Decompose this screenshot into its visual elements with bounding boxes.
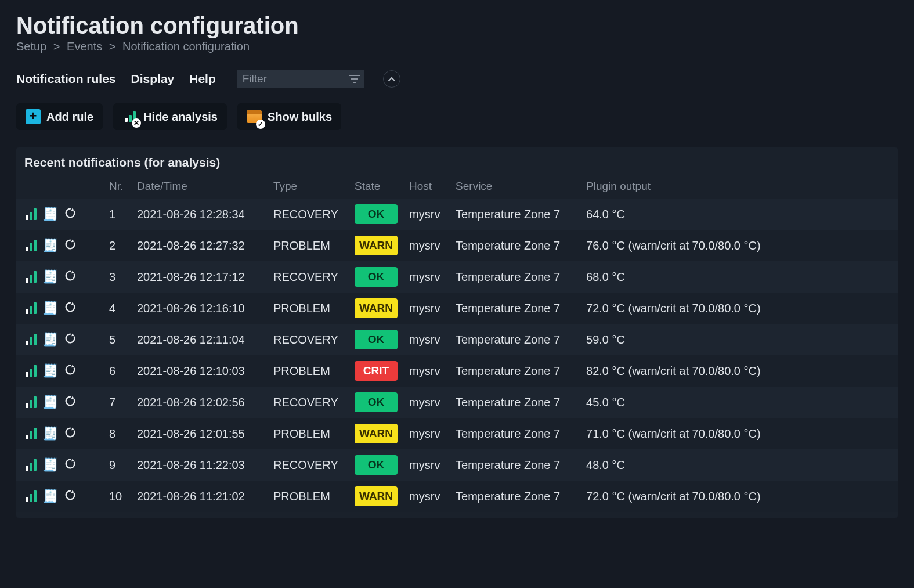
cell-host: mysrv <box>403 199 450 230</box>
cell-service: Temperature Zone 7 <box>450 387 580 418</box>
col-state[interactable]: State <box>349 175 403 199</box>
replay-icon[interactable] <box>64 363 77 379</box>
cell-state: CRIT <box>349 355 403 387</box>
table-row: 🧾 42021-08-26 12:16:10PROBLEMWARNmysrvTe… <box>16 293 898 324</box>
cell-plugin: 64.0 °C <box>580 199 898 230</box>
analyze-icon[interactable] <box>26 428 37 439</box>
cell-service: Temperature Zone 7 <box>450 355 580 387</box>
context-icon[interactable]: 🧾 <box>42 269 58 284</box>
cell-type: PROBLEM <box>268 293 349 324</box>
action-label: Hide analysis <box>143 110 218 124</box>
filter-icon <box>349 75 360 83</box>
table-row: 🧾 102021-08-26 11:21:02PROBLEMWARNmysrvT… <box>16 481 898 512</box>
state-badge: CRIT <box>355 361 398 381</box>
notifications-table: Nr. Date/Time Type State Host Service Pl… <box>16 175 898 512</box>
hide-analysis-button[interactable]: ✕ Hide analysis <box>113 103 227 130</box>
context-icon[interactable]: 🧾 <box>42 426 58 441</box>
table-row: 🧾 52021-08-26 12:11:04RECOVERYOKmysrvTem… <box>16 324 898 355</box>
cell-nr: 6 <box>103 355 131 387</box>
replay-icon[interactable] <box>64 207 77 222</box>
cell-host: mysrv <box>403 418 450 449</box>
analyze-icon[interactable] <box>26 459 37 471</box>
cell-datetime: 2021-08-26 11:21:02 <box>131 481 268 512</box>
svg-rect-2 <box>353 82 356 83</box>
table-row: 🧾 22021-08-26 12:27:32PROBLEMWARNmysrvTe… <box>16 230 898 261</box>
col-datetime[interactable]: Date/Time <box>131 175 268 199</box>
recent-notifications-panel: Recent notifications (for analysis) Nr. … <box>16 147 898 518</box>
analyze-icon[interactable] <box>26 271 37 283</box>
collapse-toggle[interactable] <box>383 70 400 88</box>
replay-icon[interactable] <box>64 301 77 316</box>
menu-display[interactable]: Display <box>131 72 175 86</box>
breadcrumb-item[interactable]: Setup <box>16 40 46 53</box>
analyze-icon[interactable] <box>26 490 37 502</box>
col-plugin[interactable]: Plugin output <box>580 175 898 199</box>
cell-service: Temperature Zone 7 <box>450 199 580 230</box>
cell-plugin: 76.0 °C (warn/crit at 70.0/80.0 °C) <box>580 230 898 261</box>
replay-icon[interactable] <box>64 332 77 348</box>
replay-icon[interactable] <box>64 238 77 254</box>
replay-icon[interactable] <box>64 489 77 504</box>
cell-host: mysrv <box>403 261 450 293</box>
cell-host: mysrv <box>403 355 450 387</box>
col-nr[interactable]: Nr. <box>103 175 131 199</box>
cell-state: OK <box>349 199 403 230</box>
cell-service: Temperature Zone 7 <box>450 418 580 449</box>
panel-title: Recent notifications (for analysis) <box>16 156 898 175</box>
close-badge-icon: ✕ <box>132 118 141 128</box>
filter-input[interactable] <box>241 72 328 86</box>
cell-nr: 8 <box>103 418 131 449</box>
state-badge: OK <box>355 204 398 224</box>
replay-icon[interactable] <box>64 426 77 442</box>
cell-datetime: 2021-08-26 12:16:10 <box>131 293 268 324</box>
state-badge: WARN <box>355 298 398 318</box>
analyze-icon[interactable] <box>26 302 37 314</box>
plus-icon: + <box>26 109 41 124</box>
analyze-icon[interactable] <box>26 365 37 377</box>
cell-type: RECOVERY <box>268 449 349 481</box>
cell-nr: 3 <box>103 261 131 293</box>
analyze-icon[interactable] <box>26 334 37 345</box>
cell-host: mysrv <box>403 324 450 355</box>
context-icon[interactable]: 🧾 <box>42 332 58 347</box>
replay-icon[interactable] <box>64 269 77 285</box>
replay-icon[interactable] <box>64 457 77 473</box>
breadcrumb-item[interactable]: Events <box>67 40 102 53</box>
cell-service: Temperature Zone 7 <box>450 293 580 324</box>
replay-icon[interactable] <box>64 395 77 410</box>
context-icon[interactable]: 🧾 <box>42 207 58 222</box>
breadcrumb-item[interactable]: Notification configuration <box>122 40 250 53</box>
action-label: Show bulks <box>268 110 332 124</box>
state-badge: WARN <box>355 486 398 506</box>
state-badge: OK <box>355 267 398 287</box>
cell-state: WARN <box>349 230 403 261</box>
cell-service: Temperature Zone 7 <box>450 261 580 293</box>
menu-notification-rules[interactable]: Notification rules <box>16 72 116 86</box>
cell-datetime: 2021-08-26 12:28:34 <box>131 199 268 230</box>
context-icon[interactable]: 🧾 <box>42 489 58 504</box>
add-rule-button[interactable]: + Add rule <box>16 103 103 130</box>
col-host[interactable]: Host <box>403 175 450 199</box>
chevron-up-icon <box>388 77 395 81</box>
cell-nr: 4 <box>103 293 131 324</box>
col-type[interactable]: Type <box>268 175 349 199</box>
cell-type: RECOVERY <box>268 324 349 355</box>
show-bulks-button[interactable]: ✓ Show bulks <box>237 103 341 130</box>
cell-type: PROBLEM <box>268 418 349 449</box>
menubar: Notification rules Display Help <box>16 66 898 92</box>
filter-input-wrap[interactable] <box>237 70 364 88</box>
context-icon[interactable]: 🧾 <box>42 395 58 410</box>
cell-type: RECOVERY <box>268 261 349 293</box>
cell-datetime: 2021-08-26 12:17:12 <box>131 261 268 293</box>
analyze-icon[interactable] <box>26 396 37 408</box>
analyze-icon[interactable] <box>26 240 37 251</box>
analyze-icon[interactable] <box>26 208 37 220</box>
context-icon[interactable]: 🧾 <box>42 363 58 378</box>
context-icon[interactable]: 🧾 <box>42 238 58 253</box>
col-service[interactable]: Service <box>450 175 580 199</box>
context-icon[interactable]: 🧾 <box>42 301 58 316</box>
menu-help[interactable]: Help <box>189 72 216 86</box>
context-icon[interactable]: 🧾 <box>42 457 58 472</box>
state-badge: OK <box>355 455 398 475</box>
state-badge: WARN <box>355 424 398 443</box>
